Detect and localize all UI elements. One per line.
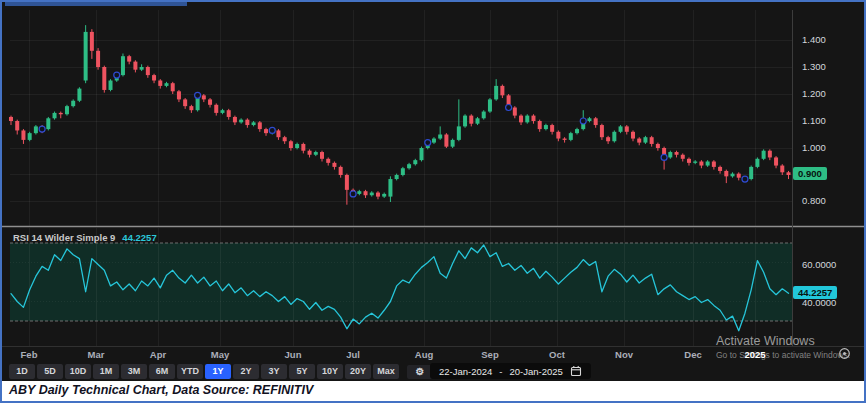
range-button-6m[interactable]: 6M	[149, 364, 175, 379]
x-axis-label-2025: 2025	[744, 349, 765, 360]
rsi-axis-label: 60.0000	[802, 259, 836, 270]
candlestick-series	[9, 25, 791, 205]
x-axis-label-jul: Jul	[346, 349, 360, 360]
x-axis-label-aug: Aug	[415, 349, 433, 360]
price-axis-label: 1.000	[802, 142, 826, 153]
x-axis-label-nov: Nov	[615, 349, 633, 360]
range-button-1d[interactable]: 1D	[9, 364, 35, 379]
range-button-max[interactable]: Max	[373, 364, 399, 379]
chart-canvas[interactable]	[2, 2, 866, 383]
event-marker	[425, 140, 431, 146]
event-marker	[195, 92, 201, 98]
date-range-picker[interactable]: 22-Jan-2024 - 20-Jan-2025	[430, 363, 591, 379]
chart-window: 1.4001.3001.2001.1001.0000.800 0.900 RSI…	[0, 0, 866, 403]
event-marker	[580, 118, 586, 124]
x-axis-label-apr: Apr	[150, 349, 166, 360]
event-marker	[39, 126, 45, 132]
price-axis-label: 1.100	[802, 115, 826, 126]
range-button-10d[interactable]: 10D	[65, 364, 91, 379]
last-price-badge: 0.900	[793, 167, 827, 180]
price-axis-label: 1.200	[802, 88, 826, 99]
x-axis-label-jun: Jun	[285, 349, 302, 360]
date-from: 22-Jan-2024	[439, 366, 492, 377]
range-button-ytd[interactable]: YTD	[177, 364, 203, 379]
x-axis-label-oct: Oct	[549, 349, 565, 360]
rsi-indicator-header: RSI 14 Wilder Simple 944.2257	[13, 232, 157, 243]
price-axis-label: 1.400	[802, 34, 826, 45]
x-axis-label-may: May	[211, 349, 229, 360]
rsi-value-badge: 44.2257	[793, 286, 837, 299]
event-marker	[269, 127, 275, 133]
range-button-10y[interactable]: 10Y	[317, 364, 343, 379]
event-marker	[506, 105, 512, 111]
event-marker	[114, 72, 120, 78]
x-axis-label-mar: Mar	[88, 349, 105, 360]
range-button-20y[interactable]: 20Y	[345, 364, 371, 379]
event-marker	[350, 191, 356, 197]
event-marker	[742, 176, 748, 182]
price-axis-label: 1.300	[802, 61, 826, 72]
range-button-1y[interactable]: 1Y	[205, 364, 231, 379]
range-button-3y[interactable]: 3Y	[261, 364, 287, 379]
x-axis-label-sep: Sep	[481, 349, 498, 360]
range-toolbar: 1D5D10D1M3M6MYTD1Y2Y3Y5Y10Y20YMax⚙	[9, 364, 433, 379]
jump-to-latest-button[interactable]	[837, 346, 852, 365]
date-to: 20-Jan-2025	[510, 366, 563, 377]
x-axis-label-dec: Dec	[684, 349, 701, 360]
date-separator: -	[499, 366, 502, 377]
event-markers	[39, 72, 748, 197]
range-button-3m[interactable]: 3M	[121, 364, 147, 379]
target-icon	[837, 346, 852, 361]
event-marker	[661, 154, 667, 160]
rsi-indicator-value: 44.2257	[122, 232, 156, 243]
range-button-2y[interactable]: 2Y	[233, 364, 259, 379]
range-button-1m[interactable]: 1M	[93, 364, 119, 379]
x-axis-label-feb: Feb	[21, 349, 38, 360]
range-button-5y[interactable]: 5Y	[289, 364, 315, 379]
caption: ABY Daily Technical Chart, Data Source: …	[2, 381, 864, 401]
rsi-indicator-label: RSI 14 Wilder Simple 9	[13, 232, 115, 243]
calendar-icon[interactable]	[570, 365, 582, 377]
range-button-5d[interactable]: 5D	[37, 364, 63, 379]
gear-icon: ⚙	[416, 366, 425, 377]
price-axis-label: 0.800	[802, 195, 826, 206]
